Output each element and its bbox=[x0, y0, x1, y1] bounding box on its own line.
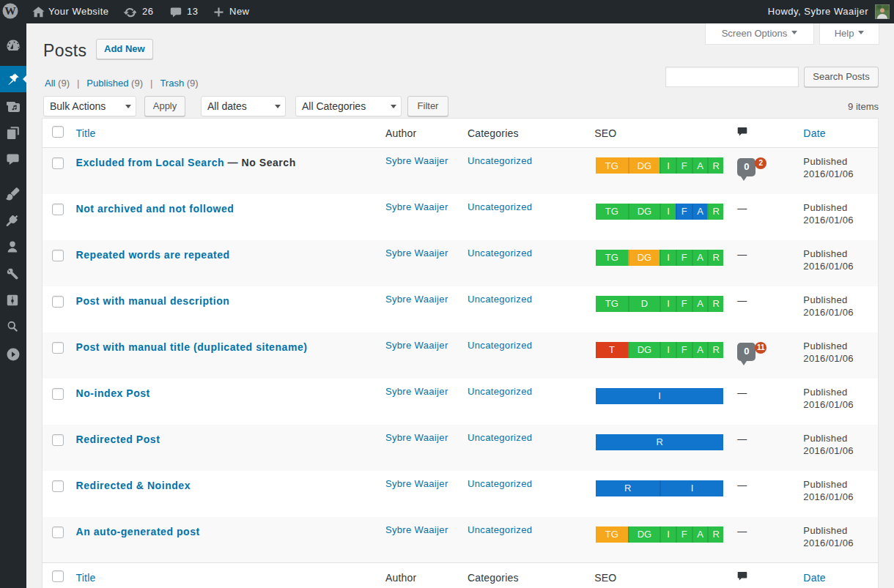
svg-text:W: W bbox=[4, 4, 16, 17]
